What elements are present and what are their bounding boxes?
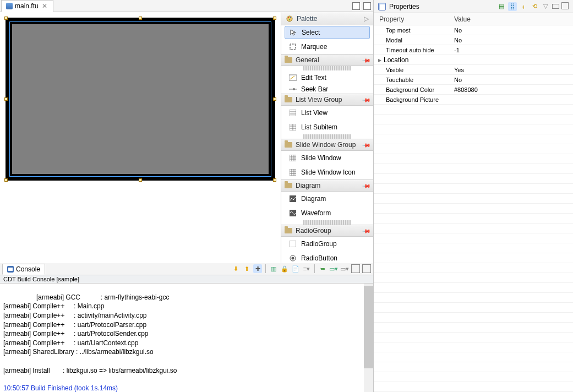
prop-row-visible[interactable]: VisibleYes	[374, 65, 573, 75]
clear-icon[interactable]: 📄	[291, 264, 300, 273]
resize-handle[interactable]	[4, 17, 8, 20]
palette-item-edit-text[interactable]: Edit Text	[281, 70, 373, 85]
scrollbar[interactable]	[364, 284, 373, 392]
prop-row-location[interactable]: ▸Location	[374, 55, 573, 65]
filter-icon[interactable]: ⫞	[519, 2, 528, 11]
resize-handle[interactable]	[4, 178, 8, 182]
palette-item-slide-window[interactable]: Slide Window	[281, 151, 373, 165]
palette-title-label: Palette	[297, 15, 317, 23]
lock-icon[interactable]: 🔒	[280, 264, 289, 273]
prop-row-modal[interactable]: ModalNo	[374, 35, 573, 45]
restore-defaults-icon[interactable]: ⟲	[530, 2, 539, 11]
palette-item-slide-window-icon[interactable]: Slide Window Icon	[281, 165, 373, 179]
palette-section-slidewindow[interactable]: Slide Window Group 📌	[281, 139, 373, 151]
console-dropdown-icon[interactable]: ▭▾	[340, 264, 349, 273]
arrow-up-icon[interactable]: ⬆	[242, 264, 251, 273]
prop-row-timeout[interactable]: Timeout auto hide-1	[374, 45, 573, 55]
prop-value[interactable]: Yes	[451, 67, 573, 73]
show-advanced-icon[interactable]: ⣿	[508, 2, 517, 11]
arrow-down-icon[interactable]: ⬇	[231, 264, 240, 273]
svg-rect-8	[290, 110, 296, 116]
palette-item-radiogroup[interactable]: RadioGroup	[281, 237, 373, 251]
palette-panel: Palette ▷ Select Marquee General	[281, 12, 373, 265]
canvas-surface[interactable]	[12, 24, 269, 174]
minimize-icon[interactable]	[352, 2, 360, 10]
palette-item-seek-bar[interactable]: Seek Bar	[281, 85, 373, 94]
prop-row-empty	[374, 233, 573, 243]
palette-item-list-view[interactable]: List View	[281, 106, 373, 120]
radiogroup-icon	[289, 240, 297, 248]
palette-tool-marquee[interactable]: Marquee	[281, 40, 373, 54]
view-menu-icon[interactable]: ▽	[541, 2, 550, 11]
maximize-icon[interactable]	[363, 2, 371, 10]
chevron-right-icon[interactable]: ▷	[364, 15, 369, 23]
resize-handle[interactable]	[139, 17, 142, 20]
minimize-view-icon[interactable]	[552, 4, 559, 9]
resize-handle[interactable]	[273, 17, 276, 20]
design-canvas-area[interactable]	[0, 12, 281, 265]
resize-handle[interactable]	[273, 178, 276, 182]
prop-value[interactable]: No	[451, 37, 573, 43]
pin-icon[interactable]: 📌	[362, 95, 371, 104]
prop-value[interactable]: No	[451, 27, 573, 34]
prop-row-empty	[374, 154, 573, 164]
svg-rect-31	[8, 268, 13, 271]
resize-handle[interactable]	[139, 178, 142, 182]
palette-item-diagram[interactable]: Diagram	[281, 192, 373, 206]
drag-handle[interactable]	[303, 66, 351, 70]
pin-icon[interactable]: 📌	[362, 140, 371, 149]
pin-icon[interactable]: 📌	[362, 226, 371, 235]
col-value[interactable]: Value	[451, 15, 573, 23]
palette-item-label: Seek Bar	[301, 85, 328, 93]
palette-item-list-subitem[interactable]: List Subitem	[281, 120, 373, 134]
pin-icon[interactable]: 📌	[362, 56, 371, 64]
show-categories-icon[interactable]: ▤	[497, 2, 506, 11]
maximize-view-icon[interactable]	[561, 2, 569, 9]
editor-tab-label: main.ftu	[15, 2, 39, 10]
palette-section-diagram[interactable]: Diagram 📌	[281, 179, 373, 192]
prop-row-touchable[interactable]: TouchableNo	[374, 75, 573, 85]
palette-section-label: Diagram	[296, 182, 320, 189]
display-selected-icon[interactable]: ▥	[269, 264, 278, 273]
prop-row-bgpic[interactable]: Background Picture	[374, 95, 573, 105]
new-console-icon[interactable]: ▭▾	[329, 264, 338, 273]
drag-handle[interactable]	[303, 220, 351, 225]
palette-section-general[interactable]: General 📌	[281, 54, 373, 66]
console-output[interactable]: [armeabi] GCC : arm-flythings-eabi-gcc […	[0, 284, 373, 392]
grid-icon	[289, 168, 297, 176]
prop-row-top-most[interactable]: Top mostNo	[374, 25, 573, 35]
minimize-view-icon[interactable]	[351, 264, 360, 273]
chevron-right-icon[interactable]: ▸	[378, 56, 384, 64]
open-console-icon[interactable]: ➥	[318, 264, 327, 273]
properties-head-row: Property Value	[374, 13, 573, 25]
scroll-lock-icon[interactable]: ≡▾	[302, 264, 311, 273]
prop-value[interactable]: No	[451, 77, 573, 83]
palette-item-waveform[interactable]: Waveform	[281, 206, 373, 220]
prop-value[interactable]: -1	[451, 47, 573, 53]
listview-icon	[289, 109, 297, 117]
palette-item-label: RadioButton	[301, 254, 337, 262]
maximize-view-icon[interactable]	[362, 264, 371, 273]
palette-tool-select[interactable]: Select	[285, 26, 370, 39]
prop-row-empty	[374, 224, 573, 233]
prop-row-bgcolor[interactable]: Background Color#808080	[374, 85, 573, 95]
drag-handle[interactable]	[303, 134, 351, 139]
prop-value[interactable]: #808080	[451, 86, 573, 93]
palette-section-listview[interactable]: List View Group 📌	[281, 94, 373, 106]
pin-icon[interactable]: 📌	[362, 181, 371, 190]
col-property[interactable]: Property	[374, 15, 451, 23]
pin-console-icon[interactable]: ✚	[253, 264, 262, 273]
scrollbar-thumb[interactable]	[364, 286, 373, 368]
editor-tab-main[interactable]: main.ftu ✕	[1, 0, 53, 12]
close-icon[interactable]: ✕	[41, 2, 48, 10]
prop-row-empty	[374, 313, 573, 323]
console-tab[interactable]: Console	[2, 264, 45, 275]
palette-section-radiogroup[interactable]: RadioGroup 📌	[281, 225, 373, 237]
prop-label: Background Color	[374, 86, 451, 93]
resize-handle[interactable]	[4, 97, 8, 101]
canvas-frame[interactable]	[6, 18, 275, 181]
listsubitem-icon	[289, 123, 297, 131]
palette-title[interactable]: Palette ▷	[281, 12, 373, 25]
console-subtitle: CDT Build Console [sample]	[0, 275, 373, 284]
resize-handle[interactable]	[273, 97, 276, 101]
